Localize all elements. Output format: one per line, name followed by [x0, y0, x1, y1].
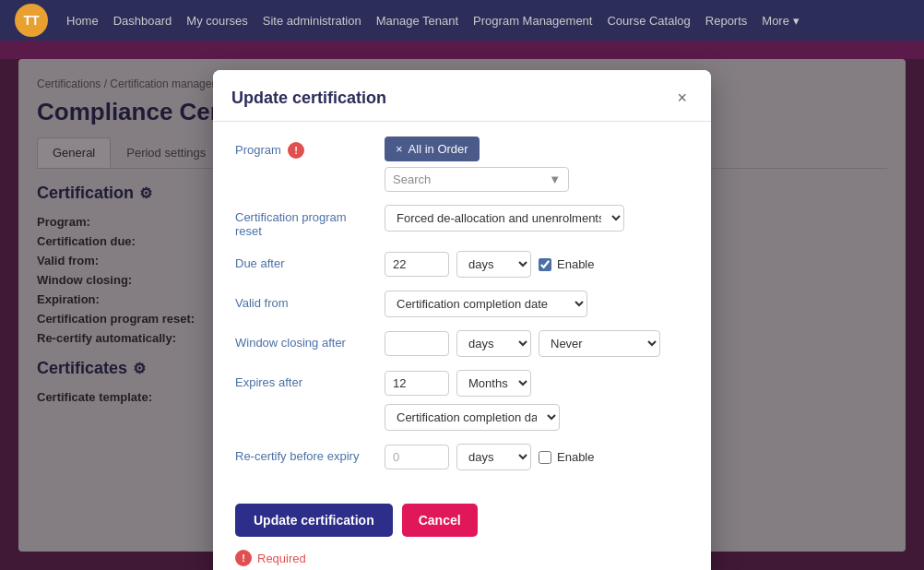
dialog-body: Program ! × All in Order Search ▼	[213, 122, 711, 494]
window-rel-select[interactable]: Never Before expiry After completion	[539, 330, 660, 357]
top-nav: TT Home Dashboard My courses Site admini…	[0, 0, 924, 41]
program-tag[interactable]: × All in Order	[385, 137, 480, 161]
valid-from-label: Valid from	[235, 291, 373, 310]
valid-from-row: Valid from Certification completion date…	[235, 291, 689, 317]
cert-reset-select[interactable]: Forced de-allocation and unenrolments De…	[385, 205, 624, 232]
nav-managetenant[interactable]: Manage Tenant	[376, 14, 458, 28]
logo: TT	[15, 4, 48, 37]
dropdown-arrow-icon: ▼	[549, 172, 561, 186]
close-button[interactable]: ×	[671, 87, 693, 110]
window-closing-row: Window closing after days weeks months N…	[235, 330, 689, 357]
dialog-footer: Update certification Cancel	[213, 494, 711, 550]
expires-value-input[interactable]	[385, 371, 449, 396]
expires-after-label: Expires after	[235, 370, 373, 389]
due-after-enable-checkbox[interactable]	[539, 258, 551, 271]
required-notice-icon: !	[235, 550, 252, 566]
program-label: Program !	[235, 137, 373, 159]
cancel-button[interactable]: Cancel	[402, 504, 478, 537]
nav-mycourses[interactable]: My courses	[186, 14, 247, 28]
program-required-icon: !	[288, 142, 304, 159]
program-search-dropdown[interactable]: Search ▼	[385, 167, 569, 192]
nav-reports[interactable]: Reports	[705, 14, 748, 28]
program-tag-label: All in Order	[409, 142, 468, 156]
expires-after-controls: days weeks Months years Certification co…	[385, 370, 689, 431]
nav-siteadmin[interactable]: Site administration	[263, 14, 361, 28]
program-row: Program ! × All in Order Search ▼	[235, 137, 689, 192]
cert-reset-label: Certification program reset	[235, 205, 373, 238]
nav-coursecatalog[interactable]: Course Catalog	[607, 14, 690, 28]
cert-reset-controls: Forced de-allocation and unenrolments De…	[385, 205, 689, 232]
dialog-header: Update certification ×	[213, 70, 711, 122]
recertify-enable-label: Enable	[557, 450, 594, 464]
update-certification-dialog: Update certification × Program ! ×	[213, 70, 711, 570]
due-after-unit-select[interactable]: days weeks months	[456, 251, 531, 278]
window-value-input[interactable]	[385, 331, 449, 356]
valid-from-controls: Certification completion date Program co…	[385, 291, 689, 317]
main-area: Certifications / Certification managemen…	[0, 59, 924, 570]
recertify-enable-checkbox[interactable]	[539, 451, 551, 464]
nav-more[interactable]: More ▾	[762, 14, 799, 28]
recertify-label: Re-certify before expiry	[235, 444, 373, 463]
due-after-controls: days weeks months Enable	[385, 251, 689, 278]
due-after-label: Due after	[235, 251, 373, 270]
expires-rel-select[interactable]: Certification completion date Program co…	[385, 404, 560, 431]
valid-from-select[interactable]: Certification completion date Program co…	[385, 291, 587, 317]
cert-reset-row: Certification program reset Forced de-al…	[235, 205, 689, 238]
window-unit-select[interactable]: days weeks months	[456, 330, 531, 357]
required-row: ! Required	[213, 550, 711, 570]
recertify-value-input[interactable]	[385, 445, 449, 469]
nav-home[interactable]: Home	[66, 14, 99, 28]
dialog-title: Update certification	[231, 89, 386, 108]
due-after-enable-label: Enable	[557, 257, 594, 271]
recertify-row: Re-certify before expiry days weeks mont…	[235, 444, 689, 470]
due-after-input[interactable]	[385, 252, 449, 277]
nav-links: Home Dashboard My courses Site administr…	[66, 14, 800, 28]
nav-dashboard[interactable]: Dashboard	[113, 14, 172, 28]
window-closing-label: Window closing after	[235, 330, 373, 350]
expires-unit-select[interactable]: days weeks Months years	[456, 370, 531, 397]
program-tag-x: ×	[396, 142, 403, 156]
expires-after-row: Expires after days weeks Months years	[235, 370, 689, 431]
nav-programmanagement[interactable]: Program Management	[473, 14, 592, 28]
due-after-enable-row: Enable	[539, 257, 594, 271]
window-closing-controls: days weeks months Never Before expiry Af…	[385, 330, 689, 357]
update-certification-button[interactable]: Update certification	[235, 504, 393, 537]
due-after-row: Due after days weeks months Enable	[235, 251, 689, 278]
program-controls: × All in Order Search ▼	[385, 137, 689, 192]
modal-overlay: Update certification × Program ! ×	[0, 59, 924, 570]
recertify-unit-select[interactable]: days weeks months	[456, 444, 531, 470]
recertify-controls: days weeks months Enable	[385, 444, 689, 470]
required-label: Required	[257, 552, 306, 565]
search-placeholder: Search	[393, 172, 431, 186]
recertify-enable-row: Enable	[539, 450, 594, 464]
